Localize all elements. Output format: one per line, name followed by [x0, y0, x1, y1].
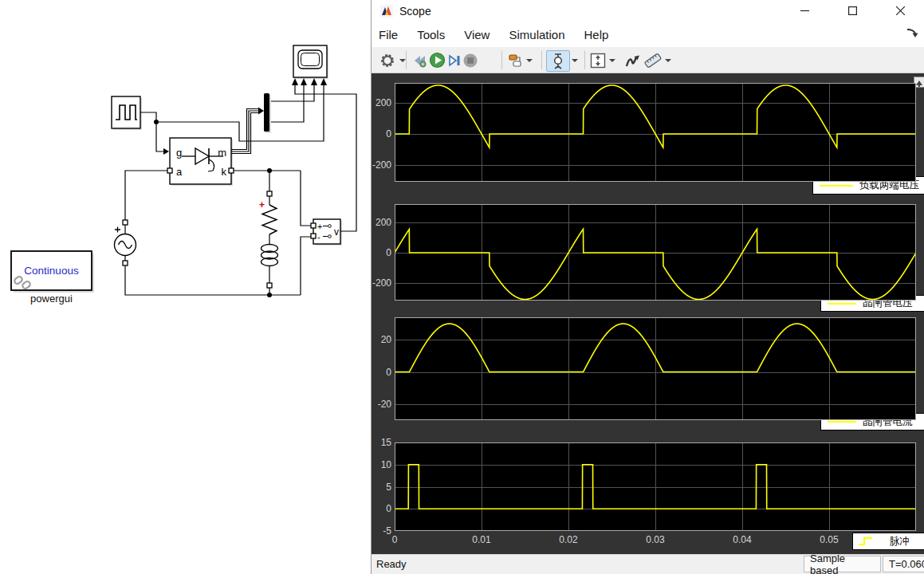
- menu-simulation[interactable]: Simulation: [499, 28, 574, 41]
- x-tick-label: 0.03: [646, 534, 664, 545]
- stop-button[interactable]: [461, 50, 480, 70]
- powergui-block[interactable]: Continuous powergui: [11, 251, 92, 305]
- scope-window-icon: [380, 5, 393, 18]
- legend-line-sample: [828, 421, 856, 423]
- legend-line-sample: [828, 303, 856, 305]
- model-diagram: g m a k: [0, 0, 371, 574]
- settings-button[interactable]: [378, 50, 397, 70]
- chevron-down-icon: [609, 59, 615, 62]
- y-tick-label: -200: [372, 159, 391, 171]
- x-tick-label: 0.02: [559, 534, 577, 545]
- maximize-icon: [848, 6, 857, 15]
- pulse-generator-block[interactable]: [112, 96, 140, 128]
- status-sample-mode: Sample based: [804, 556, 881, 572]
- ac-plus-sign: [115, 227, 120, 233]
- legend-pulse[interactable]: 脉冲: [852, 533, 924, 550]
- y-tick-label: 5: [372, 482, 391, 493]
- waveform-canvas[interactable]: [395, 204, 916, 301]
- x-tick-label: 0.05: [820, 534, 838, 545]
- y-tick-label: 0: [372, 247, 391, 258]
- y-tick-label: -20: [372, 399, 391, 410]
- peak-finder-icon: [624, 53, 640, 69]
- close-icon: [896, 6, 905, 15]
- ac-voltage-source-block[interactable]: [115, 220, 136, 265]
- dock-arrow-icon[interactable]: [906, 27, 919, 38]
- vmeter-label: v: [334, 226, 339, 238]
- chevron-down-icon: [399, 59, 406, 62]
- simulink-model-canvas[interactable]: g m a k: [0, 0, 371, 574]
- signal-wires: [125, 85, 356, 295]
- scale-axes-icon: [590, 53, 606, 69]
- peak-finder-button[interactable]: [623, 50, 642, 70]
- run-button[interactable]: [427, 50, 446, 70]
- voltage-measurement-block[interactable]: + - v: [311, 219, 340, 244]
- y-tick-label: 10: [372, 459, 391, 470]
- menu-tools[interactable]: Tools: [407, 28, 454, 41]
- chevron-down-icon: [572, 59, 578, 62]
- status-bar: Ready Sample based T=0.060: [372, 554, 924, 574]
- port-label-m: m: [218, 147, 226, 159]
- signal-selector-button[interactable]: [506, 50, 525, 70]
- y-tick-label: 200: [372, 97, 391, 108]
- scope-subplot-4[interactable]: [395, 442, 916, 531]
- scope-subplot-1[interactable]: [395, 83, 916, 182]
- scale-axes-dropdown[interactable]: [607, 50, 617, 70]
- x-tick-label: 0.01: [472, 534, 490, 545]
- step-back-icon: [412, 53, 428, 69]
- waveform-canvas[interactable]: [395, 317, 916, 420]
- measurements-dropdown[interactable]: [663, 50, 673, 70]
- port-label-g: g: [176, 147, 182, 159]
- ruler-icon: [644, 53, 662, 69]
- close-button[interactable]: [876, 0, 924, 22]
- y-tick-label: 200: [372, 217, 391, 228]
- waveform-canvas[interactable]: [395, 83, 916, 182]
- chevron-down-icon: [665, 59, 671, 62]
- measurements-button[interactable]: [643, 50, 663, 70]
- y-tick-label: 0: [372, 128, 391, 140]
- series-rl-branch-block[interactable]: +: [259, 191, 278, 288]
- inductor-icon: [261, 245, 278, 266]
- trigger-zoom-button[interactable]: [546, 50, 570, 72]
- gate-arrowhead: [163, 148, 169, 155]
- menu-view[interactable]: View: [454, 28, 499, 41]
- scope-subplot-2[interactable]: [395, 204, 916, 301]
- waveform-canvas[interactable]: [395, 442, 916, 531]
- cathode-port: [229, 168, 234, 173]
- scope-block[interactable]: [292, 45, 327, 85]
- y-tick-label: 15: [372, 437, 391, 448]
- demux-block[interactable]: [264, 93, 269, 132]
- scope-subplot-3[interactable]: [395, 317, 916, 420]
- scope-input-ports: [292, 78, 327, 85]
- chevron-down-icon: [526, 59, 533, 62]
- vmeter-plus: +: [317, 222, 322, 231]
- menu-help[interactable]: Help: [575, 28, 619, 41]
- trigger-zoom-dropdown[interactable]: [570, 50, 580, 70]
- minimize-icon: [800, 6, 809, 15]
- x-tick-label: 0: [392, 534, 398, 545]
- powergui-mode: Continuous: [24, 265, 79, 277]
- y-tick-label: -200: [372, 277, 391, 289]
- signal-selector-icon: [508, 53, 525, 69]
- powergui-label: powergui: [30, 293, 73, 305]
- y-tick-label: 0: [372, 503, 391, 514]
- legend-line-sample: [820, 185, 853, 187]
- title-bar[interactable]: Scope: [372, 0, 924, 22]
- toolbar: [372, 47, 924, 73]
- maximize-button[interactable]: [828, 0, 876, 22]
- status-sim-time: T=0.060: [883, 556, 924, 572]
- anode-port: [167, 168, 172, 173]
- step-back-button[interactable]: [411, 50, 429, 70]
- scale-axes-button[interactable]: [588, 50, 607, 70]
- y-tick-label: -5: [372, 525, 391, 537]
- wire-junction-dots: [154, 108, 272, 298]
- gear-icon: [379, 53, 395, 69]
- signal-selector-dropdown[interactable]: [525, 50, 534, 70]
- thyristor-block[interactable]: g m a k: [167, 138, 234, 184]
- trigger-zoom-icon: [550, 53, 566, 69]
- legend-step-sample: [858, 537, 879, 546]
- demux-arrowhead: [258, 108, 264, 115]
- minimize-button[interactable]: [780, 0, 828, 22]
- menu-file[interactable]: File: [372, 28, 407, 41]
- screen: g m a k: [0, 0, 924, 574]
- window-title: Scope: [399, 5, 431, 18]
